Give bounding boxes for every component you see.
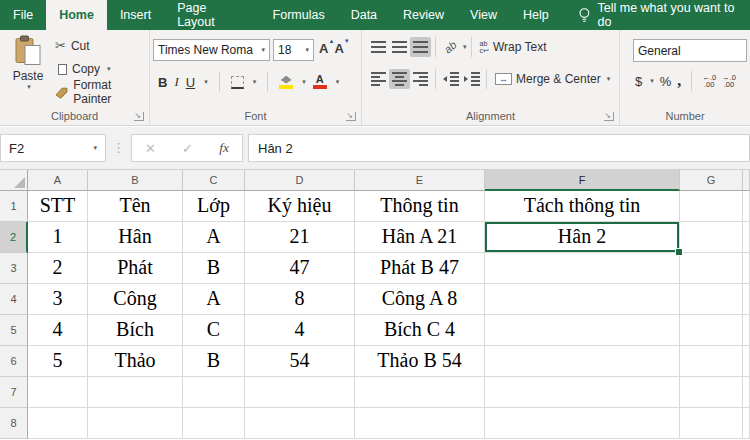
cell-B1[interactable]: Tên — [88, 191, 183, 222]
cut-button[interactable]: ✂ Cut — [55, 39, 149, 53]
align-right-button[interactable] — [410, 69, 431, 89]
borders-dropdown-arrow[interactable]: ▾ — [253, 78, 257, 86]
row-header-7[interactable]: 7 — [0, 377, 28, 408]
cell-C4[interactable]: A — [183, 284, 245, 315]
font-color-button[interactable]: A — [313, 75, 327, 89]
tab-insert[interactable]: Insert — [107, 0, 164, 30]
font-color-dropdown-arrow[interactable]: ▾ — [336, 78, 340, 86]
font-name-combo[interactable]: Times New Roma ▾ — [153, 39, 270, 61]
column-header-B[interactable]: B — [88, 170, 183, 191]
increase-decimal-button[interactable]: ←.0 .00 — [702, 74, 716, 88]
decrease-decimal-button[interactable]: →.0 .00 — [722, 74, 736, 88]
cell-E3[interactable]: Phát B 47 — [355, 253, 485, 284]
cell-C2[interactable]: A — [183, 222, 245, 253]
cell-A6[interactable]: 5 — [28, 346, 88, 377]
cell-E6[interactable]: Thảo B 54 — [355, 346, 485, 377]
cell-D4[interactable]: 8 — [245, 284, 355, 315]
name-box-dropdown-arrow[interactable]: ▾ — [93, 144, 97, 152]
cell-F8[interactable] — [485, 408, 680, 439]
increase-indent-button[interactable] — [461, 69, 482, 89]
tell-me-box[interactable]: Tell me what you want to do — [578, 0, 750, 30]
row-header-8[interactable]: 8 — [0, 408, 28, 439]
cell-E8[interactable] — [355, 408, 485, 439]
cell-A1[interactable]: STT — [28, 191, 88, 222]
cell-C7[interactable] — [183, 377, 245, 408]
cell-B8[interactable] — [88, 408, 183, 439]
cell-G4[interactable] — [680, 284, 743, 315]
font-name-dropdown-arrow[interactable]: ▾ — [261, 46, 265, 54]
shrink-font-button[interactable]: A▼ — [334, 41, 343, 56]
tab-data[interactable]: Data — [338, 0, 390, 30]
cell-G1[interactable] — [680, 191, 743, 222]
cell-D3[interactable]: 47 — [245, 253, 355, 284]
cell-F5[interactable] — [485, 315, 680, 346]
tab-review[interactable]: Review — [390, 0, 457, 30]
enter-icon[interactable]: ✓ — [182, 141, 193, 156]
merge-center-dropdown-arrow[interactable]: ▾ — [607, 75, 611, 83]
row-header-3[interactable]: 3 — [0, 253, 28, 284]
cell-E4[interactable]: Công A 8 — [355, 284, 485, 315]
cell-D2[interactable]: 21 — [245, 222, 355, 253]
borders-icon[interactable] — [231, 76, 244, 89]
cell-F2-selected[interactable]: Hân 2 — [485, 222, 680, 253]
column-header-D[interactable]: D — [245, 170, 355, 191]
cell-B4[interactable]: Công — [88, 284, 183, 315]
column-header-G[interactable]: G — [680, 170, 743, 191]
cell-A3[interactable]: 2 — [28, 253, 88, 284]
cell-E1[interactable]: Thông tin — [355, 191, 485, 222]
tab-home[interactable]: Home — [46, 0, 107, 30]
cell-D5[interactable]: 4 — [245, 315, 355, 346]
comma-style-button[interactable]: , — [677, 76, 681, 86]
font-size-dropdown-arrow[interactable]: ▾ — [305, 46, 309, 54]
cell-G8[interactable] — [680, 408, 743, 439]
bold-button[interactable]: B — [158, 75, 167, 90]
cell-C1[interactable]: Lớp — [183, 191, 245, 222]
paste-button[interactable]: Paste ▾ — [5, 35, 51, 117]
copy-button[interactable]: Copy ▾ — [55, 62, 149, 76]
cell-G3[interactable] — [680, 253, 743, 284]
grow-font-button[interactable]: A▲ — [319, 41, 328, 56]
name-box[interactable]: F2 ▾ — [0, 134, 106, 162]
cell-G6[interactable] — [680, 346, 743, 377]
tab-formulas[interactable]: Formulas — [260, 0, 338, 30]
tab-page-layout[interactable]: Page Layout — [164, 0, 259, 30]
cell-E2[interactable]: Hân A 21 — [355, 222, 485, 253]
cell-C3[interactable]: B — [183, 253, 245, 284]
cell-D6[interactable]: 54 — [245, 346, 355, 377]
italic-button[interactable]: I — [174, 74, 178, 90]
cell-F3[interactable] — [485, 253, 680, 284]
cell-F6[interactable] — [485, 346, 680, 377]
row-header-4[interactable]: 4 — [0, 284, 28, 315]
percent-button[interactable]: % — [660, 74, 672, 89]
cell-B2[interactable]: Hân — [88, 222, 183, 253]
cell-A8[interactable] — [28, 408, 88, 439]
cell-C5[interactable]: C — [183, 315, 245, 346]
cell-G5[interactable] — [680, 315, 743, 346]
underline-button[interactable]: U — [186, 75, 195, 90]
fill-color-button[interactable] — [279, 76, 293, 89]
clipboard-dialog-launcher-icon[interactable]: ↘ — [134, 112, 144, 121]
column-header-C[interactable]: C — [183, 170, 245, 191]
column-header-F[interactable]: F — [485, 170, 680, 191]
cell-E7[interactable] — [355, 377, 485, 408]
row-header-5[interactable]: 5 — [0, 315, 28, 346]
cell-A2[interactable]: 1 — [28, 222, 88, 253]
row-header-6[interactable]: 6 — [0, 346, 28, 377]
bottom-align-button[interactable] — [410, 37, 431, 57]
top-align-button[interactable] — [368, 37, 389, 57]
number-format-combo[interactable]: General — [633, 39, 747, 62]
format-painter-button[interactable]: Format Painter — [55, 85, 149, 99]
select-all-corner[interactable] — [0, 170, 28, 191]
cell-D8[interactable] — [245, 408, 355, 439]
fill-color-dropdown-arrow[interactable]: ▾ — [302, 78, 306, 86]
cell-A5[interactable]: 4 — [28, 315, 88, 346]
copy-dropdown-arrow[interactable]: ▾ — [107, 65, 111, 73]
row-header-1[interactable]: 1 — [0, 191, 28, 222]
cell-A7[interactable] — [28, 377, 88, 408]
cell-B6[interactable]: Thảo — [88, 346, 183, 377]
cell-C8[interactable] — [183, 408, 245, 439]
cancel-icon[interactable]: ✕ — [145, 141, 156, 156]
orientation-dropdown-arrow[interactable]: ▾ — [463, 43, 467, 51]
alignment-dialog-launcher-icon[interactable]: ↘ — [604, 112, 614, 121]
paste-dropdown-arrow[interactable]: ▾ — [27, 83, 31, 91]
